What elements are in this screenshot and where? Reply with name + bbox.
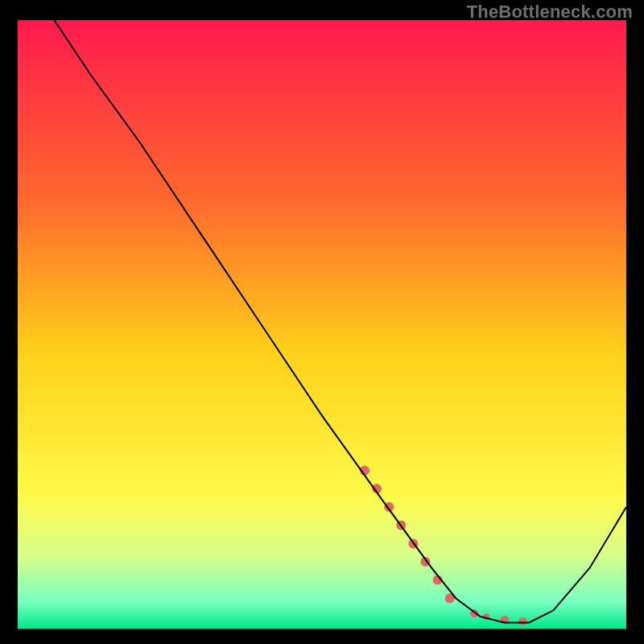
- chart-marker-dot: [519, 617, 527, 625]
- watermark-text: TheBottleneck.com: [467, 2, 633, 23]
- chart-plot-area: [18, 20, 626, 629]
- chart-background-gradient: [18, 20, 626, 629]
- chart-svg: [18, 20, 626, 629]
